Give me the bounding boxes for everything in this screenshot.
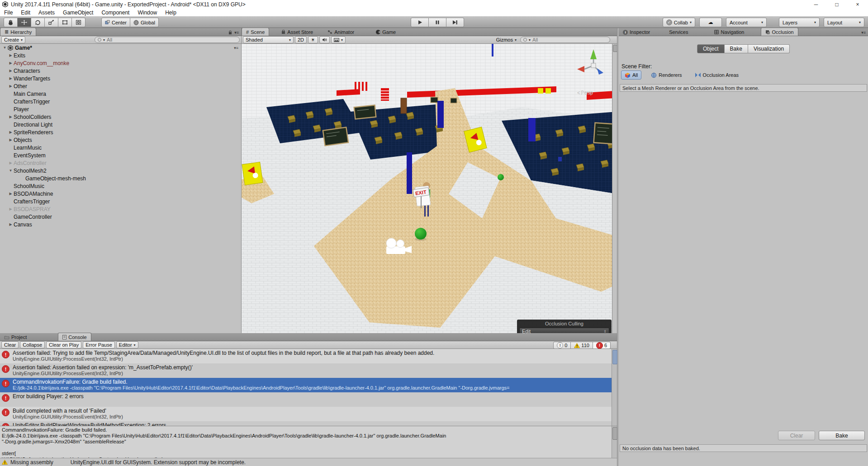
lighting-toggle[interactable]: ☀ bbox=[308, 36, 318, 43]
expand-arrow-icon[interactable]: ▶ bbox=[8, 138, 14, 142]
hierarchy-item-main-camera[interactable]: Main Camera bbox=[0, 90, 241, 98]
create-button[interactable]: Create▾ bbox=[1, 36, 25, 43]
hierarchy-item-game-[interactable]: ▼Game*▾≡ bbox=[0, 44, 241, 52]
menu-edit[interactable]: Edit bbox=[17, 9, 34, 16]
transform-tool-button[interactable] bbox=[72, 18, 85, 27]
audio-toggle[interactable] bbox=[319, 36, 330, 43]
expand-arrow-icon[interactable]: ▼ bbox=[8, 169, 14, 173]
tab-animator[interactable]: Animator bbox=[323, 28, 358, 36]
hierarchy-item-objects[interactable]: ▶Objects bbox=[0, 136, 241, 144]
hierarchy-item-exits[interactable]: ▶Exits bbox=[0, 52, 241, 59]
play-button[interactable] bbox=[411, 18, 429, 27]
editor-dropdown[interactable]: Editor▾ bbox=[116, 341, 138, 348]
maximize-icon[interactable]: □ bbox=[826, 0, 847, 9]
scene-scrollbar[interactable] bbox=[612, 44, 617, 333]
hierarchy-item-schoolcolliders[interactable]: ▶SchoolColliders bbox=[0, 113, 241, 121]
mode-visualization-button[interactable]: Visualization bbox=[748, 44, 790, 53]
tab-hierarchy[interactable]: ≣Hierarchy bbox=[0, 28, 36, 36]
rotate-tool-button[interactable] bbox=[31, 18, 45, 27]
bake-button[interactable]: Bake bbox=[819, 431, 865, 440]
tab-project[interactable]: Project bbox=[0, 334, 31, 341]
hierarchy-item-schoolmesh2[interactable]: ▼SchoolMesh2 bbox=[0, 167, 241, 174]
scale-tool-button[interactable] bbox=[45, 18, 58, 27]
expand-arrow-icon[interactable]: ▶ bbox=[8, 84, 14, 88]
hierarchy-item-eventsystem[interactable]: EventSystem bbox=[0, 151, 241, 159]
tab-services[interactable]: Services bbox=[665, 28, 692, 36]
hierarchy-item-schoolmusic[interactable]: SchoolMusic bbox=[0, 182, 241, 190]
console-entry[interactable]: !Error building Player: 2 errors bbox=[0, 392, 612, 407]
expand-arrow-icon[interactable]: ▶ bbox=[8, 53, 14, 57]
lock-icon[interactable] bbox=[228, 30, 232, 35]
cloud-button[interactable]: ☁ bbox=[699, 18, 722, 27]
tab-navigation[interactable]: Navigation bbox=[710, 28, 748, 36]
pane-menu-icon[interactable]: ▾≡ bbox=[234, 46, 241, 50]
filter-all-button[interactable]: All bbox=[621, 71, 641, 80]
mode-object-button[interactable]: Object bbox=[697, 44, 725, 53]
layout-dropdown[interactable]: Layout▾ bbox=[824, 18, 864, 27]
hierarchy-item-directional-light[interactable]: Directional Light bbox=[0, 121, 241, 128]
tab-inspector[interactable]: iInspector bbox=[619, 28, 654, 36]
hierarchy-item-other[interactable]: ▶Other bbox=[0, 82, 241, 90]
hierarchy-item-gameobject-mesh-mesh[interactable]: GameObject-mesh-mesh bbox=[0, 174, 241, 182]
console-entry[interactable]: !CommandInvokationFailure: Gradle build … bbox=[0, 378, 612, 392]
clear-on-play-button[interactable]: Clear on Play bbox=[46, 341, 81, 348]
hierarchy-item-bsodaspray[interactable]: ▶BSODASPRAY bbox=[0, 205, 241, 213]
expand-arrow-icon[interactable]: ▶ bbox=[8, 69, 14, 73]
clear-button[interactable]: Clear bbox=[778, 431, 815, 440]
hierarchy-search-input[interactable]: ▾All bbox=[95, 37, 240, 43]
expand-arrow-icon[interactable]: ▶ bbox=[8, 207, 14, 211]
console-entry[interactable]: !UnityEditor.BuildPlayerWindow+BuildMeth… bbox=[0, 421, 612, 426]
filter-renderers-button[interactable]: Renderers bbox=[648, 71, 685, 79]
hierarchy-item-crafterstrigger[interactable]: CraftersTrigger bbox=[0, 198, 241, 205]
console-scrollbar[interactable] bbox=[612, 349, 617, 426]
info-count-toggle[interactable]: !0 bbox=[553, 342, 571, 349]
collapse-button[interactable]: Collapse bbox=[20, 341, 45, 348]
account-dropdown[interactable]: Account▾ bbox=[726, 18, 767, 27]
hierarchy-item-adscontroller[interactable]: ▶AdsController bbox=[0, 159, 241, 167]
expand-arrow-icon[interactable]: ▶ bbox=[8, 61, 14, 65]
hierarchy-item-wandertargets[interactable]: ▶WanderTargets bbox=[0, 75, 241, 82]
tab-scene[interactable]: #Scene bbox=[242, 28, 269, 36]
clear-console-button[interactable]: Clear bbox=[1, 341, 19, 348]
hand-tool-button[interactable] bbox=[4, 18, 18, 27]
pivot-global-button[interactable]: Global bbox=[130, 18, 159, 27]
expand-arrow-icon[interactable]: ▶ bbox=[8, 161, 14, 165]
menu-window[interactable]: Window bbox=[133, 9, 161, 16]
error-pause-button[interactable]: Error Pause bbox=[83, 341, 115, 348]
hierarchy-item-gamecontroller[interactable]: GameController bbox=[0, 213, 241, 221]
hierarchy-item-canvas[interactable]: ▶Canvas bbox=[0, 221, 241, 228]
detail-scrollbar[interactable] bbox=[612, 426, 617, 458]
console-entry[interactable]: !Build completed with a result of 'Faile… bbox=[0, 407, 612, 421]
expand-arrow-icon[interactable]: ▶ bbox=[8, 192, 14, 196]
expand-arrow-icon[interactable]: ▶ bbox=[8, 76, 14, 80]
hierarchy-item-spriterenderers[interactable]: ▶SpriteRenderers bbox=[0, 128, 241, 136]
minimize-icon[interactable]: ─ bbox=[806, 0, 826, 9]
scene-viewport[interactable]: EXIT bbox=[242, 44, 617, 333]
warning-count-toggle[interactable]: 110 bbox=[571, 342, 593, 349]
collab-button[interactable]: ✓Collab▾ bbox=[663, 18, 695, 27]
expand-arrow-icon[interactable]: ▶ bbox=[8, 115, 14, 119]
move-tool-button[interactable] bbox=[18, 18, 31, 27]
menu-file[interactable]: File bbox=[0, 9, 17, 16]
console-scrollbar-thumb[interactable] bbox=[612, 350, 617, 364]
hierarchy-item-characters[interactable]: ▶Characters bbox=[0, 67, 241, 75]
pause-button[interactable] bbox=[429, 18, 446, 27]
console-entry[interactable]: !Assertion failed: Assertion failed on e… bbox=[0, 363, 612, 378]
occlusion-mode-dropdown[interactable]: Edit⇕ bbox=[519, 328, 609, 333]
hierarchy-item-crafterstrigger[interactable]: CraftersTrigger bbox=[0, 98, 241, 105]
tab-console[interactable]: Console bbox=[58, 333, 91, 341]
scene-search-input[interactable]: ▾All bbox=[520, 37, 610, 43]
2d-toggle[interactable]: 2D bbox=[295, 36, 307, 43]
menu-assets[interactable]: Assets bbox=[34, 9, 59, 16]
hierarchy-item-learnmusic[interactable]: LearnMusic bbox=[0, 144, 241, 151]
status-bar[interactable]: Missing assembly UnityEngine.UI.dll for … bbox=[0, 458, 617, 466]
rect-tool-button[interactable] bbox=[58, 18, 72, 27]
layers-dropdown[interactable]: Layers▾ bbox=[779, 18, 820, 27]
menu-gameobject[interactable]: GameObject bbox=[59, 9, 97, 16]
effects-dropdown[interactable]: ▾ bbox=[331, 36, 346, 43]
pivot-center-button[interactable]: Center bbox=[101, 18, 130, 27]
expand-arrow-icon[interactable]: ▼ bbox=[2, 46, 8, 50]
step-button[interactable] bbox=[446, 18, 464, 27]
menu-component[interactable]: Component bbox=[97, 9, 133, 16]
hierarchy-item-player[interactable]: Player bbox=[0, 105, 241, 113]
